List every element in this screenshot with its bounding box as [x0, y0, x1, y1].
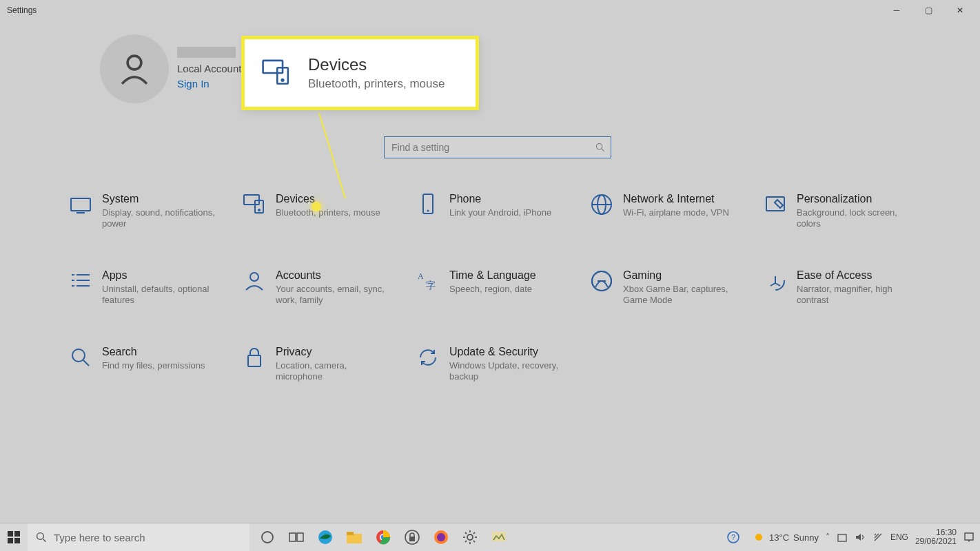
find-setting-search[interactable] — [384, 136, 611, 158]
category-title: Accounts — [276, 269, 393, 282]
window-title: Settings — [4, 6, 37, 15]
svg-rect-41 — [347, 532, 354, 535]
category-desc: Speech, region, date — [449, 284, 536, 295]
accounts-icon — [243, 269, 266, 293]
close-button[interactable]: ✕ — [944, 0, 976, 21]
svg-rect-31 — [14, 531, 20, 537]
time-language-icon — [416, 269, 440, 293]
category-time-language[interactable]: Time & LanguageSpeech, region, date — [416, 269, 590, 306]
category-desc: Xbox Game Bar, captures, Game Mode — [623, 284, 740, 306]
svg-rect-63 — [965, 533, 973, 540]
svg-line-56 — [473, 532, 475, 534]
search-icon — [36, 532, 47, 543]
svg-point-61 — [755, 534, 762, 541]
category-desc: Find my files, permissions — [102, 360, 205, 371]
svg-line-55 — [473, 541, 475, 542]
svg-rect-33 — [14, 538, 20, 543]
svg-point-36 — [262, 532, 273, 543]
category-update-security[interactable]: Update & SecurityWindows Update, recover… — [416, 346, 590, 382]
chrome-icon[interactable] — [371, 525, 396, 550]
account-type-label: Local Account — [177, 62, 241, 76]
clock-date: 29/06/2021 — [915, 537, 957, 546]
weather-widget[interactable]: 13°C Sunny — [753, 531, 819, 543]
category-desc: Narrator, magnifier, high contrast — [797, 284, 914, 306]
tray-sync-icon[interactable] — [837, 532, 848, 543]
callout-title: Devices — [308, 55, 445, 74]
svg-line-29 — [602, 149, 604, 152]
category-title: Network & Internet — [623, 193, 729, 205]
category-title: Time & Language — [449, 269, 536, 282]
category-system[interactable]: SystemDisplay, sound, notifications, pow… — [69, 193, 243, 229]
svg-point-49 — [467, 534, 473, 540]
category-desc: Windows Update, recovery, backup — [449, 360, 566, 383]
category-title: Ease of Access — [797, 269, 914, 282]
personalization-icon — [764, 193, 787, 216]
svg-line-54 — [465, 532, 467, 534]
maximize-button[interactable]: ▢ — [912, 0, 944, 21]
taskbar-search[interactable]: Type here to search — [28, 523, 249, 551]
minimize-button[interactable]: ─ — [881, 0, 912, 21]
category-network[interactable]: Network & InternetWi-Fi, airplane mode, … — [590, 193, 764, 229]
file-explorer-icon[interactable] — [342, 525, 367, 550]
category-desc: Link your Android, iPhone — [449, 207, 551, 218]
category-privacy[interactable]: PrivacyLocation, camera, microphone — [243, 346, 416, 382]
svg-point-34 — [37, 533, 44, 540]
svg-rect-62 — [838, 534, 846, 541]
task-view-icon[interactable] — [284, 525, 309, 550]
category-desc: Background, lock screen, colors — [797, 207, 914, 230]
svg-rect-30 — [8, 531, 13, 537]
search-input[interactable] — [390, 141, 595, 154]
category-desc: Display, sound, notifications, power — [102, 207, 219, 230]
help-icon[interactable]: ? — [721, 525, 746, 550]
category-desc: Location, camera, microphone — [276, 360, 393, 383]
category-title: Phone — [449, 193, 551, 205]
taskbar-search-placeholder: Type here to search — [54, 532, 145, 543]
cortana-icon[interactable] — [255, 525, 280, 550]
category-desc: Wi-Fi, airplane mode, VPN — [623, 207, 729, 218]
settings-icon[interactable] — [458, 525, 482, 550]
category-apps[interactable]: AppsUninstall, defaults, optional featur… — [69, 269, 243, 306]
clock[interactable]: 16:30 29/06/2021 — [915, 528, 957, 546]
category-title: Privacy — [276, 346, 393, 358]
avatar[interactable] — [100, 34, 169, 103]
category-search[interactable]: SearchFind my files, permissions — [69, 346, 243, 382]
category-personalization[interactable]: PersonalizationBackground, lock screen, … — [764, 193, 937, 229]
svg-point-27 — [127, 56, 141, 70]
devices-icon — [243, 193, 266, 216]
language-indicator[interactable]: ENG — [890, 532, 908, 542]
volume-icon[interactable] — [855, 532, 866, 543]
category-ease-of-access[interactable]: Ease of AccessNarrator, magnifier, high … — [764, 269, 937, 306]
highlight-dot — [312, 202, 321, 211]
category-desc: Uninstall, defaults, optional features — [102, 284, 219, 306]
sign-in-link[interactable]: Sign In — [177, 77, 241, 91]
user-name-redacted — [177, 47, 236, 58]
paint-icon[interactable] — [487, 525, 511, 550]
category-title: Search — [102, 346, 205, 358]
app-lock-icon[interactable] — [400, 525, 425, 550]
globe-icon — [590, 193, 613, 216]
callout-leader-line — [318, 113, 346, 199]
category-phone[interactable]: PhoneLink your Android, iPhone — [416, 193, 590, 229]
category-desc: Bluetooth, printers, mouse — [276, 207, 380, 218]
svg-rect-37 — [289, 533, 296, 541]
start-button[interactable] — [0, 523, 28, 551]
category-gaming[interactable]: GamingXbox Game Bar, captures, Game Mode — [590, 269, 764, 306]
callout-desc: Bluetooth, printers, mouse — [308, 77, 445, 91]
apps-icon — [69, 269, 92, 293]
tray-chevron-icon[interactable]: ˄ — [826, 532, 830, 542]
system-icon — [69, 193, 92, 216]
devices-icon — [261, 58, 292, 88]
firefox-icon[interactable] — [429, 525, 453, 550]
category-devices[interactable]: DevicesBluetooth, printers, mouse — [243, 193, 416, 229]
ease-of-access-icon — [764, 269, 787, 293]
svg-text:?: ? — [731, 533, 735, 541]
edge-icon[interactable] — [313, 525, 338, 550]
category-accounts[interactable]: AccountsYour accounts, email, sync, work… — [243, 269, 416, 306]
svg-line-57 — [465, 541, 467, 542]
svg-rect-46 — [409, 537, 415, 541]
category-title: System — [102, 193, 219, 205]
action-center-icon[interactable] — [963, 532, 974, 543]
network-tray-icon[interactable] — [872, 532, 884, 543]
svg-rect-38 — [297, 533, 303, 541]
category-title: Devices — [276, 193, 380, 205]
